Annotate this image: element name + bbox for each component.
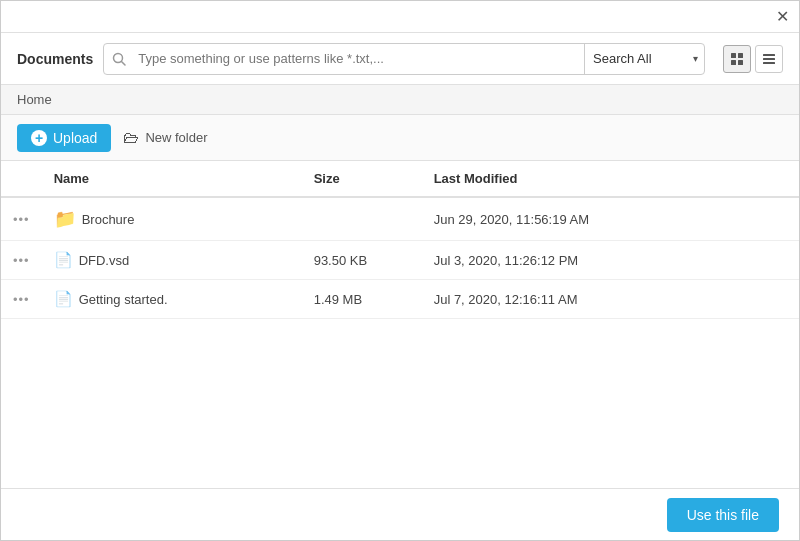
new-folder-button[interactable]: 🗁 New folder xyxy=(123,129,207,147)
search-dropdown: Search All Search Name Search Content ▾ xyxy=(584,44,704,74)
bottom-bar: Use this file xyxy=(1,488,799,540)
search-scope-select[interactable]: Search All Search Name Search Content xyxy=(585,44,704,74)
row-name: DFD.vsd xyxy=(79,253,130,268)
row-modified-cell: Jun 29, 2020, 11:56:19 AM xyxy=(422,197,799,241)
options-dots[interactable]: ••• xyxy=(13,292,30,307)
breadcrumb: Home xyxy=(1,85,799,115)
file-table: Name Size Last Modified •••📁BrochureJun … xyxy=(1,161,799,319)
col-name-header: Name xyxy=(42,161,302,197)
breadcrumb-home[interactable]: Home xyxy=(17,92,52,107)
row-modified-cell: Jul 3, 2020, 11:26:12 PM xyxy=(422,241,799,280)
toolbar: + Upload 🗁 New folder xyxy=(1,115,799,161)
options-dots[interactable]: ••• xyxy=(13,253,30,268)
upload-button[interactable]: + Upload xyxy=(17,124,111,152)
col-modified-header: Last Modified xyxy=(422,161,799,197)
svg-rect-2 xyxy=(731,53,736,58)
row-size-cell: 1.49 MB xyxy=(302,280,422,319)
file-icon: 📄 xyxy=(54,290,73,308)
upload-label: Upload xyxy=(53,130,97,146)
search-input[interactable] xyxy=(134,44,584,74)
table-header-row: Name Size Last Modified xyxy=(1,161,799,197)
svg-rect-4 xyxy=(731,60,736,65)
search-wrapper: Search All Search Name Search Content ▾ xyxy=(103,43,705,75)
search-icon xyxy=(104,52,134,66)
col-size-header: Size xyxy=(302,161,422,197)
svg-line-1 xyxy=(122,61,126,65)
row-name-cell[interactable]: 📄Getting started. xyxy=(42,280,302,319)
row-modified-cell: Jul 7, 2020, 12:16:11 AM xyxy=(422,280,799,319)
title-bar: ✕ xyxy=(1,1,799,33)
row-size-cell: 93.50 KB xyxy=(302,241,422,280)
table-row[interactable]: •••📄DFD.vsd93.50 KBJul 3, 2020, 11:26:12… xyxy=(1,241,799,280)
svg-rect-8 xyxy=(763,62,775,64)
grid-view-button[interactable] xyxy=(723,45,751,73)
svg-rect-7 xyxy=(763,58,775,60)
row-options-cell: ••• xyxy=(1,197,42,241)
svg-rect-5 xyxy=(738,60,743,65)
file-table-container: Name Size Last Modified •••📁BrochureJun … xyxy=(1,161,799,490)
svg-rect-6 xyxy=(763,54,775,56)
folder-icon: 📁 xyxy=(54,208,76,230)
row-name: Brochure xyxy=(82,212,135,227)
documents-label: Documents xyxy=(17,51,93,67)
row-size-cell xyxy=(302,197,422,241)
view-icons xyxy=(723,45,783,73)
col-options-header xyxy=(1,161,42,197)
new-folder-icon: 🗁 xyxy=(123,129,139,147)
row-name-cell[interactable]: 📁Brochure xyxy=(42,197,302,241)
table-row[interactable]: •••📁BrochureJun 29, 2020, 11:56:19 AM xyxy=(1,197,799,241)
use-file-label: Use this file xyxy=(687,507,759,523)
close-button[interactable]: ✕ xyxy=(776,9,789,25)
upload-icon: + xyxy=(31,130,47,146)
list-view-button[interactable] xyxy=(755,45,783,73)
options-dots[interactable]: ••• xyxy=(13,212,30,227)
table-row[interactable]: •••📄Getting started.1.49 MBJul 7, 2020, … xyxy=(1,280,799,319)
svg-rect-3 xyxy=(738,53,743,58)
file-icon: 📄 xyxy=(54,251,73,269)
row-options-cell: ••• xyxy=(1,280,42,319)
row-name-cell[interactable]: 📄DFD.vsd xyxy=(42,241,302,280)
row-options-cell: ••• xyxy=(1,241,42,280)
new-folder-label: New folder xyxy=(145,130,207,145)
use-file-button[interactable]: Use this file xyxy=(667,498,779,532)
header-bar: Documents Search All Search Name Search … xyxy=(1,33,799,85)
row-name: Getting started. xyxy=(79,292,168,307)
